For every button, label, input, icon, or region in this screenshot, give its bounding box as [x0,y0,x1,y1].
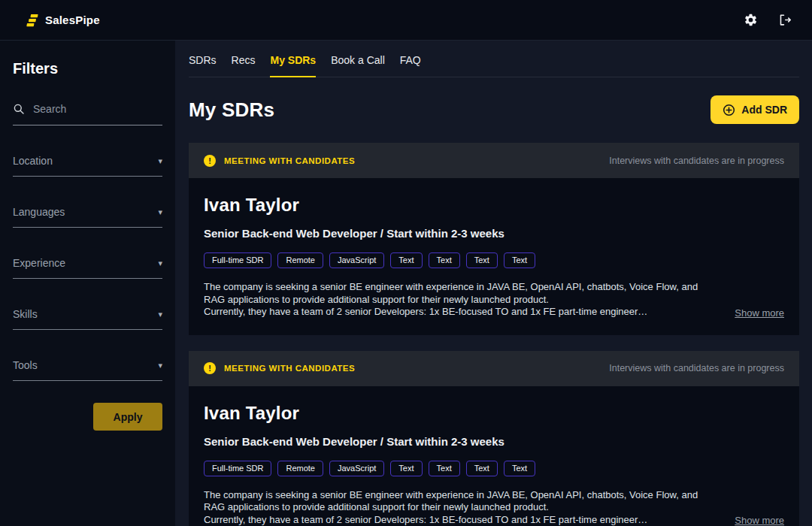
tag: Text [390,461,422,476]
warning-icon: ! [204,362,216,374]
tag: Remote [277,461,323,476]
candidate-subtitle: Senior Back-end Web Developer / Start wi… [204,227,784,240]
candidate-name: Ivan Taylor [204,195,784,216]
status-label: MEETING WITH CANDIDATES [224,156,355,165]
status-banner: ! MEETING WITH CANDIDATES Interviews wit… [189,143,799,178]
main-layout: Filters Location ▾ Languages ▾ Experienc… [0,41,812,526]
status-note: Interviews with candidates are in progre… [609,363,784,373]
candidate-description: The company is seeking a senior BE engin… [204,281,784,319]
description-line: RAG applications to provide additional s… [204,501,713,514]
chevron-down-icon: ▾ [158,259,162,268]
sdr-card: ! MEETING WITH CANDIDATES Interviews wit… [189,351,799,526]
top-bar: SalesPipe [0,0,812,41]
tag: Text [390,252,422,268]
chevron-down-icon: ▾ [158,310,162,319]
candidate-subtitle: Senior Back-end Web Developer / Start wi… [204,435,784,448]
card-body: Ivan Taylor Senior Back-end Web Develope… [189,178,799,335]
add-sdr-label: Add SDR [741,104,787,116]
filter-label: Skills [13,308,38,320]
filter-experience[interactable]: Experience ▾ [13,257,162,279]
tag: Text [429,252,460,268]
warning-icon: ! [204,155,216,167]
status-note: Interviews with candidates are in progre… [609,156,784,166]
tab-recs[interactable]: Recs [232,54,256,77]
filter-label: Tools [13,359,38,371]
search-field[interactable] [13,103,162,125]
description-line: The company is seeking a senior BE engin… [204,489,713,502]
brand[interactable]: SalesPipe [26,13,100,28]
status-banner: ! MEETING WITH CANDIDATES Interviews wit… [189,351,799,386]
logout-icon[interactable] [777,13,792,27]
page-title: My SDRs [189,98,274,122]
tag: Remote [277,252,323,268]
tag: Text [504,461,535,476]
candidate-description: The company is seeking a senior BE engin… [204,489,784,526]
filter-tools[interactable]: Tools ▾ [13,359,162,381]
tag-list: Full-time SDR Remote JavaScript Text Tex… [204,252,784,268]
brand-logo-icon [26,13,38,28]
tag: Text [429,461,460,476]
tag: Text [466,461,498,476]
description-line: Currently, they have a team of 2 senior … [204,306,713,319]
filter-skills[interactable]: Skills ▾ [13,308,162,330]
search-input[interactable] [33,103,146,115]
filter-label: Languages [13,206,65,218]
brand-name: SalesPipe [45,14,100,26]
chevron-down-icon: ▾ [158,361,162,370]
tag: JavaScript [329,461,384,476]
tag: Full-time SDR [204,252,271,268]
filter-location[interactable]: Location ▾ [13,155,162,177]
tag: Text [504,252,535,268]
tag: Text [466,252,498,268]
tab-my-sdrs[interactable]: My SDRs [270,54,316,77]
chevron-down-icon: ▾ [158,208,162,216]
tab-bar: SDRs Recs My SDRs Book a Call FAQ [189,41,799,77]
filters-title: Filters [13,60,162,77]
add-sdr-button[interactable]: Add SDR [710,95,799,124]
description-line: The company is seeking a senior BE engin… [204,281,713,294]
filter-label: Location [13,155,53,167]
tab-faq[interactable]: FAQ [400,54,421,77]
tab-book-a-call[interactable]: Book a Call [331,54,385,77]
description-line: RAG applications to provide additional s… [204,294,713,307]
tag-list: Full-time SDR Remote JavaScript Text Tex… [204,461,784,476]
filter-label: Experience [13,257,65,269]
tab-sdrs[interactable]: SDRs [189,54,217,77]
main-content: SDRs Recs My SDRs Book a Call FAQ My SDR… [175,41,812,526]
tag: Full-time SDR [204,461,271,476]
description-line: Currently, they have a team of 2 senior … [204,514,713,526]
tag: JavaScript [329,252,384,268]
apply-button[interactable]: Apply [93,403,162,431]
filters-sidebar: Filters Location ▾ Languages ▾ Experienc… [0,41,175,526]
show-more-link[interactable]: Show more [735,515,784,526]
search-icon [13,103,25,115]
candidate-name: Ivan Taylor [204,403,784,424]
plus-circle-icon [723,104,735,116]
show-more-link[interactable]: Show more [735,307,784,319]
top-actions [744,13,792,27]
page-header: My SDRs Add SDR [189,95,799,124]
settings-gear-icon[interactable] [744,13,758,27]
chevron-down-icon: ▾ [158,157,162,165]
card-body: Ivan Taylor Senior Back-end Web Develope… [189,386,799,526]
filter-languages[interactable]: Languages ▾ [13,206,162,228]
status-label: MEETING WITH CANDIDATES [224,364,355,373]
sdr-card: ! MEETING WITH CANDIDATES Interviews wit… [189,143,799,335]
